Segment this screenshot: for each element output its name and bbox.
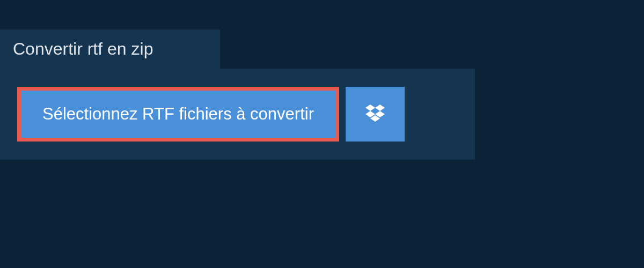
upload-panel: Sélectionnez RTF fichiers à convertir [0, 69, 475, 160]
select-files-label: Sélectionnez RTF fichiers à convertir [42, 105, 314, 124]
dropbox-button[interactable] [346, 87, 405, 142]
tab-container: Convertir rtf en zip [0, 29, 220, 69]
select-files-button[interactable]: Sélectionnez RTF fichiers à convertir [17, 87, 339, 142]
dropbox-icon [365, 105, 385, 124]
button-row: Sélectionnez RTF fichiers à convertir [17, 87, 458, 142]
tab-title: Convertir rtf en zip [13, 39, 207, 59]
page-container: Convertir rtf en zip Sélectionnez RTF fi… [0, 0, 644, 268]
